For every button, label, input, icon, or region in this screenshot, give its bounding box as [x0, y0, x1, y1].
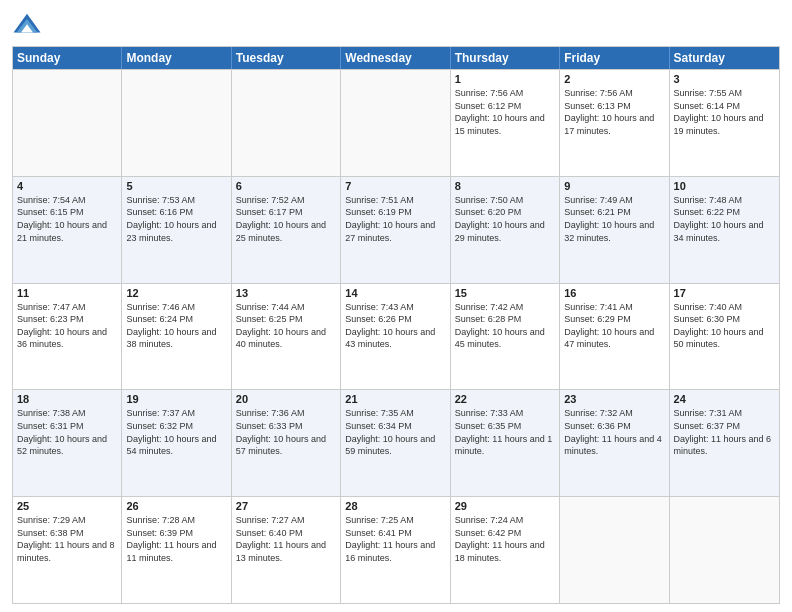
day-info: Sunrise: 7:35 AM Sunset: 6:34 PM Dayligh… [345, 407, 445, 457]
day-info: Sunrise: 7:42 AM Sunset: 6:28 PM Dayligh… [455, 301, 555, 351]
day-number: 28 [345, 500, 445, 512]
calendar-row-1: 4Sunrise: 7:54 AM Sunset: 6:15 PM Daylig… [13, 176, 779, 283]
day-cell-13: 13Sunrise: 7:44 AM Sunset: 6:25 PM Dayli… [232, 284, 341, 390]
day-info: Sunrise: 7:29 AM Sunset: 6:38 PM Dayligh… [17, 514, 117, 564]
day-cell-12: 12Sunrise: 7:46 AM Sunset: 6:24 PM Dayli… [122, 284, 231, 390]
day-number: 26 [126, 500, 226, 512]
day-info: Sunrise: 7:36 AM Sunset: 6:33 PM Dayligh… [236, 407, 336, 457]
day-cell-23: 23Sunrise: 7:32 AM Sunset: 6:36 PM Dayli… [560, 390, 669, 496]
day-info: Sunrise: 7:38 AM Sunset: 6:31 PM Dayligh… [17, 407, 117, 457]
day-cell-11: 11Sunrise: 7:47 AM Sunset: 6:23 PM Dayli… [13, 284, 122, 390]
day-number: 11 [17, 287, 117, 299]
day-cell-29: 29Sunrise: 7:24 AM Sunset: 6:42 PM Dayli… [451, 497, 560, 603]
day-info: Sunrise: 7:32 AM Sunset: 6:36 PM Dayligh… [564, 407, 664, 457]
day-info: Sunrise: 7:51 AM Sunset: 6:19 PM Dayligh… [345, 194, 445, 244]
day-cell-28: 28Sunrise: 7:25 AM Sunset: 6:41 PM Dayli… [341, 497, 450, 603]
day-cell-27: 27Sunrise: 7:27 AM Sunset: 6:40 PM Dayli… [232, 497, 341, 603]
calendar-row-3: 18Sunrise: 7:38 AM Sunset: 6:31 PM Dayli… [13, 389, 779, 496]
day-number: 6 [236, 180, 336, 192]
day-info: Sunrise: 7:31 AM Sunset: 6:37 PM Dayligh… [674, 407, 775, 457]
day-info: Sunrise: 7:55 AM Sunset: 6:14 PM Dayligh… [674, 87, 775, 137]
day-cell-10: 10Sunrise: 7:48 AM Sunset: 6:22 PM Dayli… [670, 177, 779, 283]
day-cell-7: 7Sunrise: 7:51 AM Sunset: 6:19 PM Daylig… [341, 177, 450, 283]
empty-cell-0-1 [122, 70, 231, 176]
day-number: 22 [455, 393, 555, 405]
header-cell-saturday: Saturday [670, 47, 779, 69]
day-number: 16 [564, 287, 664, 299]
day-number: 2 [564, 73, 664, 85]
calendar-header-row: SundayMondayTuesdayWednesdayThursdayFrid… [13, 47, 779, 69]
day-info: Sunrise: 7:46 AM Sunset: 6:24 PM Dayligh… [126, 301, 226, 351]
day-cell-1: 1Sunrise: 7:56 AM Sunset: 6:12 PM Daylig… [451, 70, 560, 176]
day-number: 29 [455, 500, 555, 512]
day-number: 10 [674, 180, 775, 192]
header-cell-sunday: Sunday [13, 47, 122, 69]
day-number: 8 [455, 180, 555, 192]
day-cell-3: 3Sunrise: 7:55 AM Sunset: 6:14 PM Daylig… [670, 70, 779, 176]
day-info: Sunrise: 7:41 AM Sunset: 6:29 PM Dayligh… [564, 301, 664, 351]
day-number: 12 [126, 287, 226, 299]
day-info: Sunrise: 7:56 AM Sunset: 6:13 PM Dayligh… [564, 87, 664, 137]
header-cell-wednesday: Wednesday [341, 47, 450, 69]
header-cell-monday: Monday [122, 47, 231, 69]
day-info: Sunrise: 7:37 AM Sunset: 6:32 PM Dayligh… [126, 407, 226, 457]
day-cell-5: 5Sunrise: 7:53 AM Sunset: 6:16 PM Daylig… [122, 177, 231, 283]
day-cell-2: 2Sunrise: 7:56 AM Sunset: 6:13 PM Daylig… [560, 70, 669, 176]
day-info: Sunrise: 7:47 AM Sunset: 6:23 PM Dayligh… [17, 301, 117, 351]
day-info: Sunrise: 7:40 AM Sunset: 6:30 PM Dayligh… [674, 301, 775, 351]
day-info: Sunrise: 7:56 AM Sunset: 6:12 PM Dayligh… [455, 87, 555, 137]
day-info: Sunrise: 7:44 AM Sunset: 6:25 PM Dayligh… [236, 301, 336, 351]
day-number: 4 [17, 180, 117, 192]
day-cell-9: 9Sunrise: 7:49 AM Sunset: 6:21 PM Daylig… [560, 177, 669, 283]
day-cell-24: 24Sunrise: 7:31 AM Sunset: 6:37 PM Dayli… [670, 390, 779, 496]
day-cell-22: 22Sunrise: 7:33 AM Sunset: 6:35 PM Dayli… [451, 390, 560, 496]
day-info: Sunrise: 7:27 AM Sunset: 6:40 PM Dayligh… [236, 514, 336, 564]
logo [12, 10, 46, 40]
header-cell-tuesday: Tuesday [232, 47, 341, 69]
day-number: 15 [455, 287, 555, 299]
day-info: Sunrise: 7:43 AM Sunset: 6:26 PM Dayligh… [345, 301, 445, 351]
day-info: Sunrise: 7:25 AM Sunset: 6:41 PM Dayligh… [345, 514, 445, 564]
day-cell-20: 20Sunrise: 7:36 AM Sunset: 6:33 PM Dayli… [232, 390, 341, 496]
day-cell-6: 6Sunrise: 7:52 AM Sunset: 6:17 PM Daylig… [232, 177, 341, 283]
day-number: 21 [345, 393, 445, 405]
empty-cell-0-3 [341, 70, 450, 176]
logo-icon [12, 10, 42, 40]
day-info: Sunrise: 7:52 AM Sunset: 6:17 PM Dayligh… [236, 194, 336, 244]
day-info: Sunrise: 7:24 AM Sunset: 6:42 PM Dayligh… [455, 514, 555, 564]
day-number: 19 [126, 393, 226, 405]
page-header [12, 10, 780, 40]
empty-cell-0-2 [232, 70, 341, 176]
day-cell-17: 17Sunrise: 7:40 AM Sunset: 6:30 PM Dayli… [670, 284, 779, 390]
day-info: Sunrise: 7:33 AM Sunset: 6:35 PM Dayligh… [455, 407, 555, 457]
empty-cell-0-0 [13, 70, 122, 176]
calendar: SundayMondayTuesdayWednesdayThursdayFrid… [12, 46, 780, 604]
empty-cell-4-5 [560, 497, 669, 603]
day-number: 17 [674, 287, 775, 299]
day-info: Sunrise: 7:49 AM Sunset: 6:21 PM Dayligh… [564, 194, 664, 244]
day-info: Sunrise: 7:28 AM Sunset: 6:39 PM Dayligh… [126, 514, 226, 564]
day-cell-8: 8Sunrise: 7:50 AM Sunset: 6:20 PM Daylig… [451, 177, 560, 283]
day-number: 23 [564, 393, 664, 405]
empty-cell-4-6 [670, 497, 779, 603]
day-cell-25: 25Sunrise: 7:29 AM Sunset: 6:38 PM Dayli… [13, 497, 122, 603]
day-number: 7 [345, 180, 445, 192]
day-number: 18 [17, 393, 117, 405]
calendar-row-2: 11Sunrise: 7:47 AM Sunset: 6:23 PM Dayli… [13, 283, 779, 390]
day-info: Sunrise: 7:48 AM Sunset: 6:22 PM Dayligh… [674, 194, 775, 244]
day-number: 3 [674, 73, 775, 85]
day-cell-21: 21Sunrise: 7:35 AM Sunset: 6:34 PM Dayli… [341, 390, 450, 496]
day-number: 14 [345, 287, 445, 299]
day-number: 5 [126, 180, 226, 192]
calendar-body: 1Sunrise: 7:56 AM Sunset: 6:12 PM Daylig… [13, 69, 779, 603]
calendar-row-4: 25Sunrise: 7:29 AM Sunset: 6:38 PM Dayli… [13, 496, 779, 603]
calendar-row-0: 1Sunrise: 7:56 AM Sunset: 6:12 PM Daylig… [13, 69, 779, 176]
day-info: Sunrise: 7:50 AM Sunset: 6:20 PM Dayligh… [455, 194, 555, 244]
day-info: Sunrise: 7:53 AM Sunset: 6:16 PM Dayligh… [126, 194, 226, 244]
day-cell-15: 15Sunrise: 7:42 AM Sunset: 6:28 PM Dayli… [451, 284, 560, 390]
day-number: 1 [455, 73, 555, 85]
day-number: 24 [674, 393, 775, 405]
day-cell-26: 26Sunrise: 7:28 AM Sunset: 6:39 PM Dayli… [122, 497, 231, 603]
day-info: Sunrise: 7:54 AM Sunset: 6:15 PM Dayligh… [17, 194, 117, 244]
day-number: 13 [236, 287, 336, 299]
